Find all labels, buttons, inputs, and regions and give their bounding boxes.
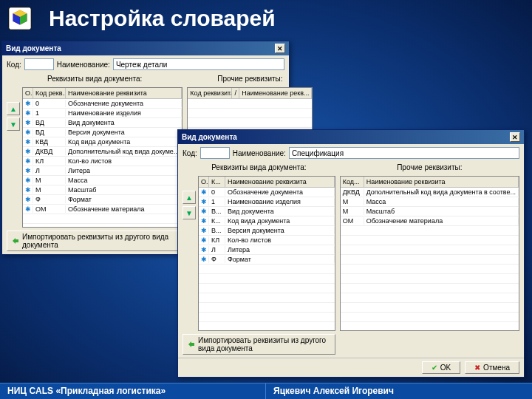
table-row[interactable]: ММасса [341,197,519,207]
table-row[interactable] [341,284,519,293]
required-icon: ✱ [23,157,33,165]
cell-code: 0 [33,100,66,107]
table-row[interactable] [341,274,519,284]
table-row[interactable] [199,284,335,293]
col-name[interactable]: Наименование реквизита [225,177,335,187]
required-icon: ✱ [23,100,33,107]
table-row[interactable]: ✱ОМОбозначение материала [23,205,182,214]
cell-code: КВД [33,138,66,146]
table-row[interactable] [188,118,312,128]
col-code[interactable]: К... [209,177,225,187]
dialog-titlebar: Вид документа ✕ [178,130,524,144]
col-status[interactable]: О... [199,177,209,187]
table-row[interactable] [341,313,519,322]
footer-author: Яцкевич Алексей Игоревич [266,383,532,399]
code-input[interactable] [24,58,54,70]
name-input[interactable] [289,147,519,159]
table-row[interactable]: ММасштаб [341,207,519,216]
required-icon: ✱ [199,198,209,205]
table-row[interactable] [341,322,519,331]
table-row[interactable]: ✱ЛЛитера [199,245,335,255]
right-grid[interactable]: Код... Наименование реквизита ДКВДДополн… [340,176,519,331]
move-down-button[interactable]: ▼ [7,117,20,131]
table-row[interactable] [199,293,335,303]
table-row[interactable]: ✱ММасштаб [23,185,182,195]
col-name-right[interactable]: Наименование реквизита [364,177,519,187]
table-row[interactable] [199,303,335,313]
required-icon: ✱ [23,138,33,146]
table-row[interactable]: ✱0Обозначение документа [199,188,335,197]
table-row[interactable] [199,265,335,274]
col-code-right[interactable]: Код... [341,177,364,187]
cell-code: М [33,177,66,184]
cell-name: Масса [364,198,519,205]
cell-code: М [341,208,364,215]
close-icon[interactable]: ✕ [510,132,520,142]
table-row[interactable] [341,236,519,245]
table-row[interactable] [341,226,519,236]
col-sep[interactable]: / [232,88,239,98]
table-row[interactable] [23,214,182,224]
table-row[interactable]: ✱0Обозначение документа [23,99,182,109]
cancel-icon: ✖ [474,364,480,372]
cell-code: Ф [209,256,225,263]
table-row[interactable] [341,265,519,274]
left-section-title: Реквизиты вида документа: [183,163,335,171]
left-grid[interactable]: О... К... Наименование реквизита ✱0Обозн… [198,176,335,331]
table-row[interactable] [341,303,519,313]
cell-name: Вид документа [225,208,335,215]
col-name[interactable]: Наименование реквизита [66,88,182,98]
col-code-right[interactable]: Код реквизита [188,88,232,98]
table-row[interactable]: ✱1Наименование изделия [199,197,335,207]
code-input[interactable] [200,147,230,159]
table-row[interactable]: ✱В...Версия документа [199,226,335,236]
col-status[interactable]: О... [23,88,33,98]
footer-org: НИЦ CALS «Прикладная логистика» [0,383,266,399]
table-row[interactable]: ✱КЛКол-во листов [23,157,182,166]
table-row[interactable]: ✱ЛЛитера [23,166,182,176]
table-row[interactable]: ✱ДКВДДополнительный код вида докуме... [23,147,182,157]
required-icon: ✱ [23,186,33,194]
table-row[interactable]: ✱1Наименование изделия [23,109,182,118]
move-up-button[interactable]: ▲ [7,102,20,115]
ok-button[interactable]: ✔ OK [422,361,460,374]
left-grid[interactable]: О... Код рекв... Наименование реквизита … [22,87,183,228]
table-row[interactable]: ✱В...Вид документа [199,207,335,216]
cell-code: ДКВД [341,188,364,196]
import-button[interactable]: Импортировать реквизиты из другого вида … [183,334,335,355]
table-row[interactable] [341,245,519,255]
cancel-button[interactable]: ✖ Отмена [465,361,519,374]
col-code[interactable]: Код рекв... [33,88,66,98]
col-name-right[interactable]: Наименование рекв... [239,88,312,98]
table-row[interactable] [199,313,335,322]
table-row[interactable] [199,274,335,284]
name-input[interactable] [113,58,284,70]
move-up-button[interactable]: ▲ [183,191,196,204]
table-row[interactable]: ✱ВДВерсия документа [23,128,182,137]
move-down-button[interactable]: ▼ [183,206,196,219]
close-icon[interactable]: ✕ [275,44,285,53]
dialog-document-type-2: Вид документа ✕ Код: Наименование: Рекви… [177,129,525,378]
table-row[interactable]: ✱ММасса [23,176,182,185]
code-label: Код: [7,61,21,69]
table-row[interactable]: ✱ФФормат [199,255,335,265]
table-row[interactable]: ОМОбозначение материала [341,216,519,226]
table-row[interactable]: ✱ФФормат [23,195,182,205]
import-button[interactable]: Импортировать реквизиты из другого вида … [7,231,183,251]
table-row[interactable]: ✱КЛКол-во листов [199,236,335,245]
table-row[interactable]: ✱К...Код вида документа [199,216,335,226]
table-row[interactable] [188,99,312,109]
table-row[interactable]: ✱ВДВид документа [23,118,182,128]
table-row[interactable]: ✱КВДКод вида документа [23,137,182,147]
table-row[interactable] [188,109,312,118]
table-row[interactable]: ДКВДДополнительный код вида документа в … [341,188,519,197]
table-row[interactable] [341,293,519,303]
table-row[interactable] [341,255,519,265]
table-row[interactable] [199,322,335,331]
cancel-label: Отмена [483,364,510,372]
cell-code: ДКВД [33,148,66,155]
required-icon: ✱ [199,256,209,263]
cell-code: Л [33,167,66,174]
right-section-title: Прочие реквизиты: [340,163,519,171]
cell-name: Дополнительный код вида документа в соот… [364,188,519,196]
